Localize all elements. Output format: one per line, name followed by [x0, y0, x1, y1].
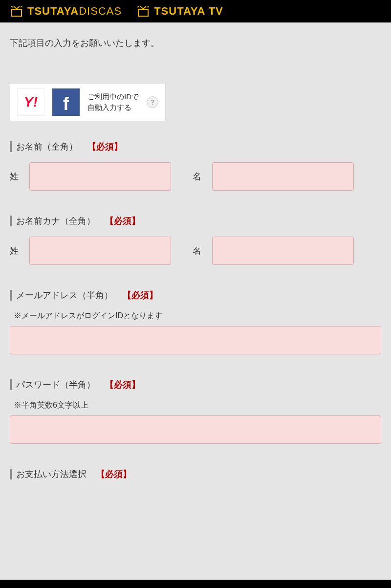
- section-label-payment: お支払い方法選択 【必須】: [10, 468, 381, 480]
- lastname-kana-input[interactable]: [29, 237, 171, 265]
- section-kana: お名前カナ（全角） 【必須】 姓 名: [10, 215, 381, 265]
- email-note: ※メールアドレスがログインIDとなります: [14, 311, 381, 321]
- label-bar-icon: [10, 290, 12, 301]
- required-badge: 【必須】: [123, 289, 158, 301]
- section-password: パスワード（半角） 【必須】 ※半角英数6文字以上: [10, 379, 381, 444]
- label-sei: 姓: [10, 171, 23, 182]
- required-badge: 【必須】: [96, 468, 131, 480]
- section-email: メールアドレス（半角） 【必須】 ※メールアドレスがログインIDとなります: [10, 289, 381, 354]
- logo-tv: TSUTAYA TV: [136, 5, 223, 18]
- label-bar-icon: [10, 379, 12, 390]
- section-label-name: お名前（全角） 【必須】: [10, 141, 381, 152]
- label-bar-icon: [10, 469, 12, 479]
- page-header: TSUTAYADISCAS TSUTAYA TV: [0, 0, 391, 22]
- logo-text-discas: TSUTAYADISCAS: [27, 5, 122, 18]
- required-badge: 【必須】: [105, 215, 140, 227]
- main-content: 下記項目の入力をお願いいたします。 Y! f ご利用中のIDで 自動入力する ?…: [0, 22, 391, 580]
- tv-icon: [10, 5, 23, 17]
- section-name: お名前（全角） 【必須】 姓 名: [10, 141, 381, 191]
- logo-text-tv: TSUTAYA TV: [154, 5, 223, 18]
- label-mei-kana: 名: [193, 245, 206, 257]
- firstname-input[interactable]: [212, 162, 354, 191]
- label-sei-kana: 姓: [10, 245, 23, 257]
- social-login-box: Y! f ご利用中のIDで 自動入力する ?: [10, 83, 166, 121]
- firstname-kana-input[interactable]: [212, 237, 354, 265]
- yahoo-login-button[interactable]: Y!: [17, 88, 44, 116]
- required-badge: 【必須】: [87, 141, 123, 152]
- facebook-login-button[interactable]: f: [52, 88, 80, 116]
- label-bar-icon: [10, 141, 12, 152]
- section-label-email: メールアドレス（半角） 【必須】: [10, 289, 381, 301]
- social-text: ご利用中のIDで 自動入力する: [87, 91, 139, 113]
- required-badge: 【必須】: [105, 379, 140, 391]
- logo-discas: TSUTAYADISCAS: [10, 5, 122, 18]
- label-bar-icon: [10, 216, 12, 226]
- password-input[interactable]: [10, 415, 381, 444]
- section-label-kana: お名前カナ（全角） 【必須】: [10, 215, 381, 227]
- tv-icon: [136, 5, 150, 17]
- lastname-input[interactable]: [29, 162, 171, 191]
- label-mei: 名: [193, 171, 206, 182]
- email-input[interactable]: [10, 326, 381, 354]
- section-payment: お支払い方法選択 【必須】: [10, 468, 381, 480]
- intro-text: 下記項目の入力をお願いいたします。: [10, 37, 381, 49]
- password-note: ※半角英数6文字以上: [14, 400, 381, 411]
- help-icon[interactable]: ?: [147, 96, 158, 108]
- section-label-password: パスワード（半角） 【必須】: [10, 379, 381, 391]
